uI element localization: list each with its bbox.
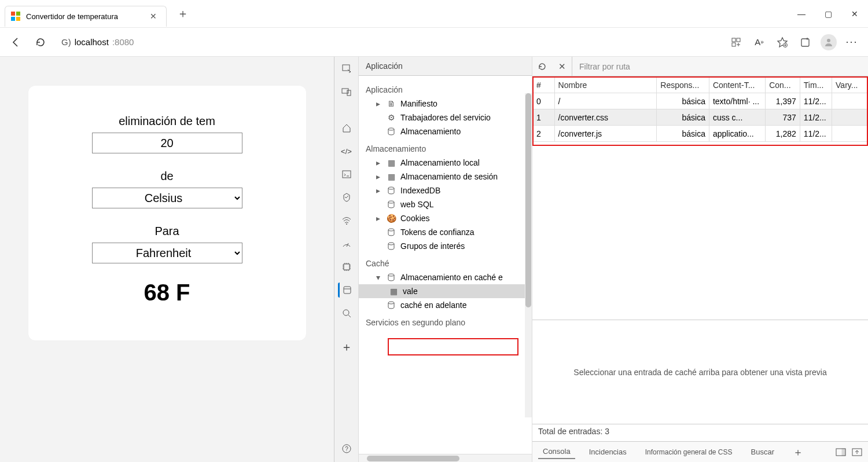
tree-item-indexeddb[interactable]: ▸IndexedDB <box>359 184 532 197</box>
converter-card: eliminación de tem de Celsius Para Fahre… <box>28 86 306 340</box>
tree-hscrollbar[interactable] <box>359 454 532 462</box>
from-label: de <box>52 170 283 183</box>
drawer-tab-search[interactable]: Buscar <box>746 445 779 459</box>
drawer-dock-icon[interactable] <box>836 448 846 456</box>
sources-icon[interactable] <box>338 190 355 205</box>
drawer-tab-issues[interactable]: Incidencias <box>584 445 631 459</box>
tree-scrollbar[interactable] <box>525 93 532 417</box>
col-content-type[interactable]: Content-T... <box>709 77 765 93</box>
cache-delete-button[interactable]: ✕ <box>552 57 572 76</box>
svg-rect-4 <box>801 39 809 46</box>
drawer-tab-css-overview[interactable]: Información general de CSS <box>641 446 737 459</box>
cache-status: Total de entradas: 3 <box>532 424 868 441</box>
css-overview-icon[interactable] <box>338 306 355 321</box>
svg-point-22 <box>388 302 394 304</box>
temp-label: eliminación de tem <box>52 115 283 128</box>
tree-item-local-storage[interactable]: ▸▦Almacenamiento local <box>359 156 532 170</box>
cache-preview: Seleccionar una entrada de caché arriba … <box>532 320 868 424</box>
tree-item-cache-storage[interactable]: ▾Almacenamiento en caché e <box>359 270 532 284</box>
svg-point-18 <box>388 201 394 203</box>
application-icon[interactable] <box>338 283 355 298</box>
browser-tab[interactable]: Convertidor de temperatura ✕ <box>5 6 167 27</box>
svg-rect-12 <box>344 287 351 294</box>
device-emulation-icon[interactable] <box>338 85 355 100</box>
drawer-tab-console[interactable]: Consola <box>538 445 575 459</box>
to-label: Para <box>52 225 283 238</box>
drawer-expand-icon[interactable] <box>852 448 862 456</box>
performance-icon[interactable] <box>338 236 355 251</box>
tree-item-forward-cache[interactable]: caché en adelante <box>359 298 532 312</box>
col-time[interactable]: Tim... <box>800 77 832 93</box>
cache-table-header-row: # Nombre Respons... Content-T... Con... … <box>533 77 868 93</box>
nav-refresh-button[interactable] <box>30 32 51 53</box>
col-name[interactable]: Nombre <box>554 77 657 93</box>
col-response[interactable]: Respons... <box>657 77 709 93</box>
svg-point-17 <box>388 187 394 189</box>
devtools-activity-bar: </> ＋ ? <box>334 57 359 462</box>
tree-item-cookies[interactable]: ▸🍪Cookies <box>359 211 532 225</box>
menu-button[interactable]: ··· <box>841 32 862 53</box>
result-text: 68 F <box>52 280 283 306</box>
drawer-add-tab[interactable]: ＋ <box>788 443 808 461</box>
collections-icon[interactable] <box>795 32 816 53</box>
devtools: </> ＋ ? Aplicación Aplicación ▸🗎Manifies… <box>334 57 868 462</box>
cache-toolbar: ✕ Filtrar por ruta <box>532 57 868 76</box>
tree-item-trust-tokens[interactable]: Tokens de confianza <box>359 225 532 239</box>
col-content-length[interactable]: Con... <box>766 77 800 93</box>
tab-title: Convertidor de temperatura <box>26 12 142 21</box>
memory-icon[interactable] <box>338 259 355 274</box>
cache-panel: ✕ Filtrar por ruta # Nombre Respons... C… <box>532 57 868 462</box>
favorites-icon[interactable] <box>772 32 793 53</box>
profile-button[interactable] <box>818 32 839 53</box>
cache-table-row[interactable]: 2/converter.jsbásicaapplicatio...1,28211… <box>533 126 868 142</box>
window-minimize-button[interactable]: — <box>788 0 815 28</box>
cache-table: # Nombre Respons... Content-T... Con... … <box>532 76 868 142</box>
new-tab-button[interactable]: ＋ <box>175 6 191 21</box>
inspect-icon[interactable] <box>338 61 355 76</box>
console-icon[interactable] <box>338 167 355 182</box>
url-host: localhost <box>75 37 109 47</box>
to-select[interactable]: Fahrenheit <box>92 243 242 263</box>
url-port: :8080 <box>112 37 134 47</box>
cache-table-row[interactable]: 1/converter.cssbásicacuss c...73711/2... <box>533 109 868 126</box>
col-vary[interactable]: Vary... <box>832 77 868 93</box>
svg-point-20 <box>388 243 394 245</box>
page-content: eliminación de tem de Celsius Para Fahre… <box>0 57 334 462</box>
cache-table-wrap: # Nombre Respons... Content-T... Con... … <box>532 76 868 320</box>
from-select[interactable]: Celsius <box>92 188 242 208</box>
elements-icon[interactable]: </> <box>338 144 355 159</box>
help-icon[interactable]: ? <box>338 441 355 456</box>
svg-point-5 <box>827 39 830 42</box>
tree-item-service-workers[interactable]: ⚙Trabajadores del servicio <box>359 111 532 124</box>
tree-item-interest-groups[interactable]: Grupos de interés <box>359 239 532 253</box>
tree-item-session-storage[interactable]: ▸▦Almacenamiento de sesión <box>359 170 532 184</box>
welcome-icon[interactable] <box>338 120 355 135</box>
temp-input[interactable] <box>92 133 242 153</box>
window-close-button[interactable]: ✕ <box>841 0 868 28</box>
tree-item-cache-entry[interactable]: ▦vale <box>359 284 532 298</box>
app-install-icon[interactable] <box>726 32 746 53</box>
svg-rect-0 <box>732 38 735 42</box>
tree-item-manifest[interactable]: ▸🗎Manifiesto <box>359 97 532 111</box>
window-maximize-button[interactable]: ▢ <box>815 0 841 28</box>
cache-refresh-button[interactable] <box>532 57 552 76</box>
cache-table-row[interactable]: 0/básicatexto/html· ...1,39711/2... <box>533 93 868 109</box>
browser-titlebar: Convertidor de temperatura ✕ ＋ — ▢ ✕ <box>0 0 868 28</box>
tree-item-storage[interactable]: Almacenamiento <box>359 124 532 138</box>
svg-point-13 <box>343 310 349 316</box>
more-tools-button[interactable]: ＋ <box>338 339 355 354</box>
tree-section-app: Aplicación <box>359 79 532 97</box>
tab-close-icon[interactable]: ✕ <box>148 12 159 21</box>
tree-item-websql[interactable]: web SQL <box>359 197 532 211</box>
url-field[interactable]: G) localhost :8080 <box>54 32 722 53</box>
application-tree: Aplicación ▸🗎Manifiesto ⚙Trabajadores de… <box>359 76 532 454</box>
svg-point-10 <box>346 223 347 225</box>
devtools-drawer: Consola Incidencias Información general … <box>532 441 868 462</box>
nav-back-button[interactable] <box>6 32 27 53</box>
network-icon[interactable] <box>338 213 355 228</box>
col-index[interactable]: # <box>533 77 555 93</box>
read-aloud-icon[interactable]: A» <box>749 32 770 53</box>
svg-rect-2 <box>732 43 735 46</box>
tree-section-cache: Caché <box>359 253 532 270</box>
cache-filter-input[interactable]: Filtrar por ruta <box>572 57 637 76</box>
